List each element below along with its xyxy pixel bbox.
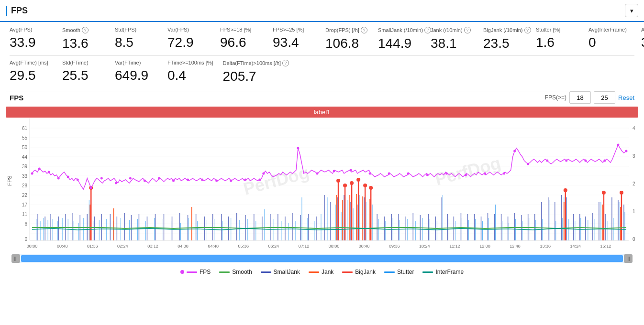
svg-point-285 [388,173,390,175]
legend-item-interframe[interactable]: InterFrame [422,269,464,275]
svg-point-257 [564,188,567,192]
info-icon-1[interactable]: ? [82,27,89,33]
svg-text:44: 44 [22,154,28,160]
metric-label-2: Std(FPS) [115,27,136,32]
svg-text:07:12: 07:12 [299,244,310,249]
metric-item-0: Avg(FPS)33.9 [10,27,53,51]
fps-threshold-2-input[interactable] [594,91,615,104]
svg-text:39: 39 [22,164,28,169]
svg-point-268 [115,182,117,184]
metric-item-r2-4: Delta(FTime)>100ms [/h]?205.7 [223,60,289,85]
metric-value-12: 33.9 [641,34,644,51]
metric-value-6: 106.8 [325,35,359,52]
metric-label-10: Stutter [%] [536,27,560,32]
legend-item-bigjank[interactable]: BigJank [342,269,376,275]
svg-text:12:48: 12:48 [510,244,521,249]
info-icon-8[interactable]: ? [464,27,471,33]
metrics-section: Avg(FPS)33.9Smooth?13.6Std(FPS)8.5Var(FP… [0,22,644,91]
chart-title: FPS [10,94,23,102]
legend-line-bigjank [342,271,353,273]
info-icon-9[interactable]: ? [524,27,531,33]
svg-text:4: 4 [633,126,635,131]
svg-text:FPS: FPS [7,175,12,185]
svg-text:08:00: 08:00 [329,244,340,249]
metric-label-6: Drop(FPS) [/h]? [325,27,367,33]
svg-point-275 [215,180,218,182]
legend-item-smalljank[interactable]: SmallJank [261,269,300,275]
chart-scrollbar: ||| ||| [11,254,633,263]
metrics-row-2: Avg(FTime) [ms]29.5Std(FTime)25.5Var(FTi… [10,60,634,85]
svg-text:15:12: 15:12 [600,244,611,249]
metric-item-4: FPS>=18 [%]96.6 [220,27,263,51]
svg-point-294 [546,160,548,162]
metric-value-1: 13.6 [62,35,89,52]
metric-item-11: Avg(InterFrame)0 [588,27,632,51]
svg-text:12:00: 12:00 [479,244,490,249]
chart-svg: 61 55 50 44 39 33 28 22 17 11 6 0 FPS 4 … [6,119,638,252]
metric-label-1: Smooth? [62,27,89,33]
metric-item-r2-1: Std(FTime)25.5 [62,60,105,84]
metric-label-9: BigJank (/10min)? [483,27,531,33]
svg-point-272 [172,180,175,182]
legend-dot-fps [180,270,184,274]
svg-point-298 [617,144,619,146]
svg-point-260 [31,173,33,175]
metric-value-5: 93.4 [273,34,299,51]
metric-value-r2-1: 25.5 [62,67,89,84]
svg-point-263 [57,177,60,180]
svg-text:17: 17 [22,202,28,207]
metric-value-4: 96.6 [220,34,246,51]
metric-item-2: Std(FPS)8.5 [115,27,158,51]
metric-value-r2-0: 29.5 [10,67,36,84]
metric-label-r2-0: Avg(FTime) [ms] [10,60,48,65]
svg-point-292 [513,150,516,152]
svg-point-266 [90,187,92,189]
legend-item-smooth[interactable]: Smooth [219,269,252,275]
svg-point-273 [187,179,189,181]
svg-text:00:48: 00:48 [57,244,68,249]
scrollbar-right-icon: ||| [626,256,630,261]
metric-value-9: 23.5 [483,35,510,52]
scrollbar-right-handle[interactable]: ||| [624,254,633,263]
svg-point-290 [484,173,486,175]
label-bar: label1 [6,107,638,118]
metric-label-12: Avg(FPS+InterFrame) [641,27,644,32]
legend-item-jank[interactable]: Jank [309,269,333,275]
legend-label-jank: Jank [322,269,333,275]
svg-text:04:48: 04:48 [208,244,219,249]
svg-point-261 [38,168,41,170]
svg-point-262 [48,171,50,173]
info-icon-r2-4[interactable]: ? [282,60,289,66]
svg-text:28: 28 [22,183,28,188]
metric-item-10: Stutter [%]1.6 [536,27,579,51]
scrollbar-track[interactable] [21,255,623,262]
scrollbar-left-handle[interactable]: ||| [11,254,20,263]
reset-button[interactable]: Reset [618,94,634,101]
svg-point-279 [262,173,265,175]
svg-point-283 [350,169,352,172]
svg-text:55: 55 [22,135,28,141]
metric-label-7: SmallJank (/10min)? [378,27,431,33]
svg-point-280 [297,147,299,150]
svg-point-282 [333,170,335,173]
legend-item-stutter[interactable]: Stutter [384,269,414,275]
svg-text:1: 1 [633,209,635,214]
svg-point-284 [369,173,371,175]
metric-value-10: 1.6 [536,34,555,51]
legend-item-fps[interactable]: FPS [180,269,211,275]
chart-section: FPS FPS(>=) Reset label1 [0,91,644,279]
svg-point-255 [363,184,367,187]
metric-value-r2-3: 0.4 [167,67,186,84]
svg-point-286 [407,173,410,175]
legend-label-bigjank: BigJank [355,269,376,275]
fps-threshold-1-input[interactable] [569,91,591,104]
metric-label-8: Jank (/10min)? [431,27,471,33]
svg-point-293 [527,163,529,165]
legend-line-jank [309,271,319,273]
dropdown-button[interactable]: ▾ [625,4,638,17]
svg-point-295 [565,160,567,162]
legend-line-smalljank [261,271,271,273]
svg-point-259 [620,191,623,195]
metric-value-8: 38.1 [431,35,457,52]
info-icon-6[interactable]: ? [361,27,367,33]
